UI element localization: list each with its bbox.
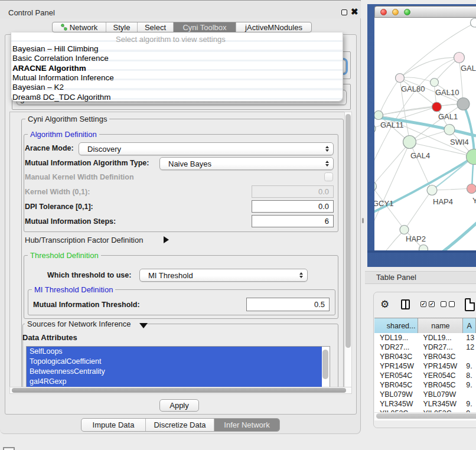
float-window-icon[interactable] [341,9,347,15]
aracne-mode-combobox[interactable]: Discovery [79,142,334,155]
network-edge[interactable] [374,142,410,230]
network-window-titlebar[interactable] [374,6,476,18]
dpi-tolerance-field[interactable]: 0.0 [252,200,334,213]
table-scrollbar-thumb[interactable] [376,413,476,419]
mi-threshold-field[interactable]: 0.5 [246,298,330,311]
column-header-shared-[interactable]: shared... [374,318,418,333]
manual-kernel-checkbox[interactable] [324,172,333,181]
minimize-traffic-light[interactable] [392,9,399,15]
splitter-handle-icon[interactable] [362,218,364,223]
network-edge[interactable] [434,58,459,83]
network-node-n-salmon[interactable] [467,184,476,194]
close-icon[interactable]: ✖ [351,8,358,16]
table-cell: YPR145W [374,361,418,371]
network-node-n-top-white[interactable] [471,18,476,27]
column-header-name[interactable]: name [418,318,463,333]
which-threshold-combobox[interactable]: MI Threshold [139,269,308,282]
table-cell: YDL19... [374,334,418,343]
table-row[interactable]: YBR045CYBR045C9. [374,380,476,390]
network-node-n-gal4[interactable] [403,136,416,149]
network-node-n-pink[interactable] [454,53,465,63]
data-attributes-list[interactable]: SelfLoopsTopologicalCoefficientBetweenne… [26,346,330,387]
network-node-n-hap4[interactable] [427,185,437,195]
unchecked-checkbox-icon[interactable] [441,301,446,307]
network-node-n-swi4[interactable] [444,125,455,135]
table-row[interactable]: YDL19...YDL19...13 [374,334,476,343]
kernel-width-field[interactable]: 0.0 [252,185,334,198]
attribute-item-topologicalcoefficient[interactable]: TopologicalCoefficient [27,357,322,367]
tab-infer-network[interactable]: Infer Network [214,419,279,431]
mi-algorithm-type-combobox[interactable]: Naive Bayes [159,157,334,170]
popup-item-basic-correlation-inference[interactable]: Basic Correlation Inference [12,54,109,63]
tab-jactivemnodules[interactable]: jActiveMNodules [236,22,311,32]
tab-label: Style [113,23,131,32]
checked-checkbox-icon[interactable]: ✓ [420,301,426,307]
network-node-n-gal80[interactable] [396,74,405,83]
table-row[interactable]: YPR145WYPR145W9. [374,361,476,371]
popup-item-dream8-dc-tdc-algorithm[interactable]: Dream8 DC_TDC Algorithm [12,93,111,102]
attribute-item-betweennesscentrality[interactable]: BetweennessCentrality [27,367,322,377]
network-edge[interactable] [432,188,472,190]
columns-icon[interactable] [401,299,410,309]
network-edge[interactable] [405,190,432,230]
table-row[interactable]: YBL079WYBL079W [374,390,476,399]
table-cell: YBR043C [374,352,418,361]
unchecked-checkbox-icon[interactable] [449,301,455,307]
network-node-n-bottom[interactable] [419,245,428,251]
network-edge[interactable] [379,78,400,115]
which-threshold-value: MI Threshold [148,271,193,280]
control-panel-titlebar[interactable]: Control Panel ✖ [0,1,361,18]
vertical-scrollbar-thumb[interactable] [345,114,351,348]
network-edge[interactable] [441,221,476,250]
network-node-n-gal10[interactable] [431,79,439,87]
table-row[interactable]: YLR345WYLR345W9. [374,399,476,409]
popup-item-bayesian-k2[interactable]: Bayesian – K2 [12,83,64,92]
network-node-n-gray[interactable] [457,98,470,110]
column-header-a[interactable]: A [463,318,476,333]
popup-item-bayesian-hill-climbing[interactable]: Bayesian – Hill Climbing [12,44,99,53]
apply-button[interactable]: Apply [159,399,199,412]
network-node-label: HAP2 [406,234,426,243]
network-node-n-gal11[interactable] [374,111,383,120]
table-cell: YPR145W [418,361,463,371]
mi-steps-field[interactable]: 6 [252,215,334,227]
zoom-traffic-light[interactable] [404,9,410,15]
table-cell [463,352,476,361]
horizontal-scrollbar-thumb[interactable] [12,388,346,393]
table-cell: 9. [463,361,476,371]
tab-impute-data[interactable]: Impute Data [81,419,146,431]
table-row[interactable]: YBR043CYBR043C [374,352,476,361]
popup-item-aracne-algorithm[interactable]: ARACNE Algorithm [12,64,86,73]
network-node-n-hap2[interactable] [400,226,409,234]
checked-checkbox-icon[interactable]: ✓ [429,301,435,307]
node-table[interactable]: shared...nameA YDL19...YDL19...13YDR27..… [374,318,476,420]
corner-button[interactable] [3,447,15,450]
network-node-n-gal1-red[interactable] [432,102,442,112]
attribute-item-gal4rgexp[interactable]: gal4RGexp [27,377,322,387]
table-row[interactable]: YDR27...YDR27...12 [374,343,476,352]
network-node-n-left-edge[interactable] [374,124,376,133]
collapsed-arrow-icon[interactable] [164,236,169,243]
popup-item-mutual-information-inference[interactable]: Mutual Information Inference [12,73,114,82]
tab-select[interactable]: Select [138,22,174,32]
combo-stepper-icon [325,161,330,167]
network-canvas[interactable]: GALGAL80GAL10GAL1GAL11GAL4SWI4GCY1HAP4YH… [374,18,476,250]
table-row[interactable]: YER054CYER054C8. [374,371,476,380]
network-node-n-gcy1[interactable] [374,182,377,191]
gear-icon[interactable]: ⚙ [380,299,389,309]
close-traffic-light[interactable] [380,9,387,15]
document-icon[interactable] [465,298,475,311]
tab-style[interactable]: Style [106,22,138,32]
network-edge[interactable] [379,107,436,115]
list-scrollbar-thumb[interactable] [322,350,328,379]
network-node-label: GAL [461,64,476,73]
table-cell: YER054C [418,371,463,380]
expanded-arrow-icon[interactable] [139,323,148,328]
network-node-label: Y [472,196,476,205]
tab-discretize-data[interactable]: Discretize Data [146,419,214,431]
tab-label: jActiveMNodules [245,23,302,32]
table-cell: YER054C [374,371,418,380]
tab-network[interactable]: Network [53,22,106,32]
attribute-item-selfloops[interactable]: SelfLoops [27,347,322,357]
tab-cyni-toolbox[interactable]: Cyni Toolbox [174,22,236,32]
